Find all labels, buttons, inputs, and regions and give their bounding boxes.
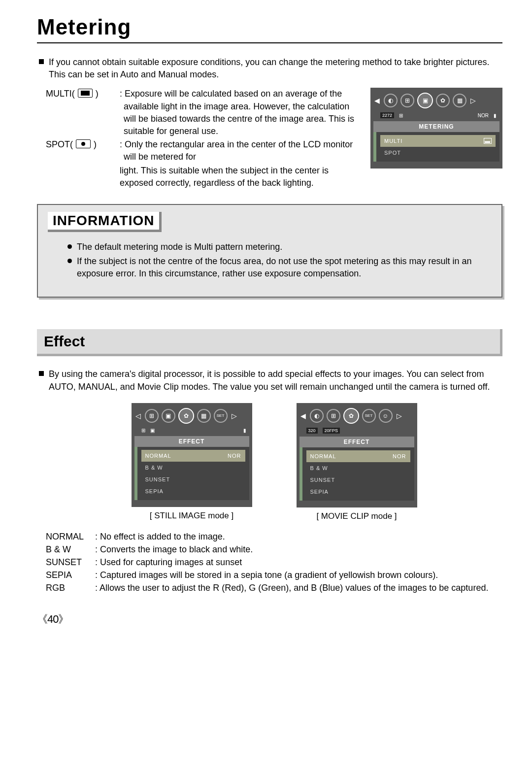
menu-item-bw: B & W [141, 462, 245, 473]
tab-icon-set: SET [214, 409, 228, 423]
spot-label: SPOT( ) [46, 138, 120, 163]
tab-icon-2: ⊞ [400, 94, 414, 107]
def-text-normal: : No effect is added to the image. [95, 530, 502, 543]
tab-icon-metering: ▣ [417, 93, 433, 108]
page-number: 《40》 [37, 612, 502, 627]
spot-desc-2: light. This is suitable when the subject… [120, 165, 359, 189]
def-text-rgb: : Allows the user to adjust the R (Red),… [95, 581, 502, 594]
tab-icon-set: SET [362, 409, 376, 423]
information-box: INFORMATION The default metering mode is… [37, 204, 502, 298]
def-text-sunset: : Used for capturing images at sunset [95, 556, 502, 569]
def-label-bw: B & W [46, 543, 95, 556]
def-label-sepia: SEPIA [46, 569, 95, 581]
menu-item-bw: B & W [306, 462, 410, 474]
square-bullet-icon [39, 371, 44, 376]
nav-right-icon: ▷ [469, 97, 477, 104]
tab-icon-effect: ✿ [343, 408, 359, 424]
nav-left-icon: ◁ [134, 412, 142, 420]
def-text-bw: : Converts the image to black and white. [95, 543, 502, 556]
menu-item-sunset: SUNSET [141, 473, 245, 485]
menu-title-effect-movie: EFFECT [299, 437, 414, 447]
metering-menu-preview: ◀ ◐ ⊞ ▣ ✿ ▦ ▷ 2272 ⊞ NOR ▮ METERING [370, 88, 502, 169]
menu-item-spot: SPOT [380, 147, 496, 159]
spot-icon [76, 139, 91, 148]
tab-icon-b: ⊞ [327, 409, 340, 423]
nav-left-icon: ◀ [373, 97, 381, 104]
def-label-normal: NORMAL [46, 530, 95, 543]
status-resolution: 320 [306, 428, 318, 434]
effect-still-preview: ◁ ⊞ ▣ ✿ ▦ SET ▷ ⊞ ▣ ▮ EFFECT [132, 403, 252, 507]
movie-caption: [ MOVIE CLIP mode ] [297, 511, 417, 521]
tab-icon-effect: ✿ [178, 408, 194, 424]
status-fps: 20FPS [323, 428, 340, 434]
tab-icon-a: ⊞ [145, 409, 159, 423]
def-text-sepia: : Captured images will be stored in a se… [95, 569, 502, 581]
def-label-rgb: RGB [46, 581, 95, 594]
spot-desc-1: : Only the rectangular area in the cente… [120, 139, 353, 162]
dot-bullet-icon [67, 244, 72, 249]
menu-item-sunset: SUNSET [306, 474, 410, 486]
status-resolution: 2272 [380, 112, 394, 118]
tab-icon-4: ✿ [436, 94, 450, 107]
intro-text: If you cannot obtain suitable exposure c… [49, 56, 502, 81]
square-bullet-icon [39, 59, 44, 64]
def-label-sunset: SUNSET [46, 556, 95, 569]
status-meter-icon: ▣ [150, 428, 155, 433]
effect-title: Effect [44, 333, 493, 350]
status-pattern-icon: ⊞ [141, 428, 145, 433]
menu-item-normal: NORMAL NOR [141, 450, 245, 462]
tab-icon-d: ▦ [197, 409, 211, 423]
menu-item-sepia: SEPIA [306, 486, 410, 498]
information-title: INFORMATION [53, 213, 154, 229]
status-battery-icon: ▮ [494, 113, 497, 118]
multi-label: MULTI( ) [46, 88, 120, 137]
tab-icon-person: ☺ [379, 409, 393, 423]
info-item-2: If the subject is not the centre of the … [77, 255, 492, 280]
menu-item-sepia: SEPIA [141, 485, 245, 497]
dot-bullet-icon [67, 259, 72, 263]
title-rule [37, 42, 502, 43]
tab-icon-b: ▣ [162, 409, 175, 423]
multi-indicator-icon: ▬ [484, 138, 492, 144]
multi-desc: : Exposure will be calculated based on a… [120, 89, 354, 136]
status-nor: NOR [478, 113, 489, 118]
nav-right-icon: ▷ [231, 412, 238, 420]
menu-item-multi: MULTI ▬ [380, 135, 496, 147]
effect-intro: By using the camera's digital processor,… [49, 368, 502, 393]
menu-title-effect-still: EFFECT [134, 436, 249, 447]
tab-icon-1: ◐ [384, 94, 398, 107]
still-caption: [ STILL IMAGE mode ] [132, 511, 252, 521]
menu-item-normal: NORMAL NOR [306, 450, 410, 462]
status-battery-icon: ▮ [243, 428, 246, 433]
status-pattern-icon: ⊞ [399, 113, 403, 118]
tab-icon-5: ▦ [453, 94, 466, 107]
multi-icon [78, 89, 93, 98]
tab-icon-a: ◐ [310, 409, 324, 423]
nav-right-icon: ▷ [396, 412, 403, 420]
page-title: Metering [37, 15, 502, 39]
effect-movie-preview: ◀ ◐ ⊞ ✿ SET ☺ ▷ 320 20FPS EFFECT [297, 403, 417, 507]
nav-left-icon: ◀ [299, 412, 307, 420]
menu-title-metering: METERING [373, 121, 499, 132]
info-item-1: The default metering mode is Multi patte… [77, 241, 282, 253]
